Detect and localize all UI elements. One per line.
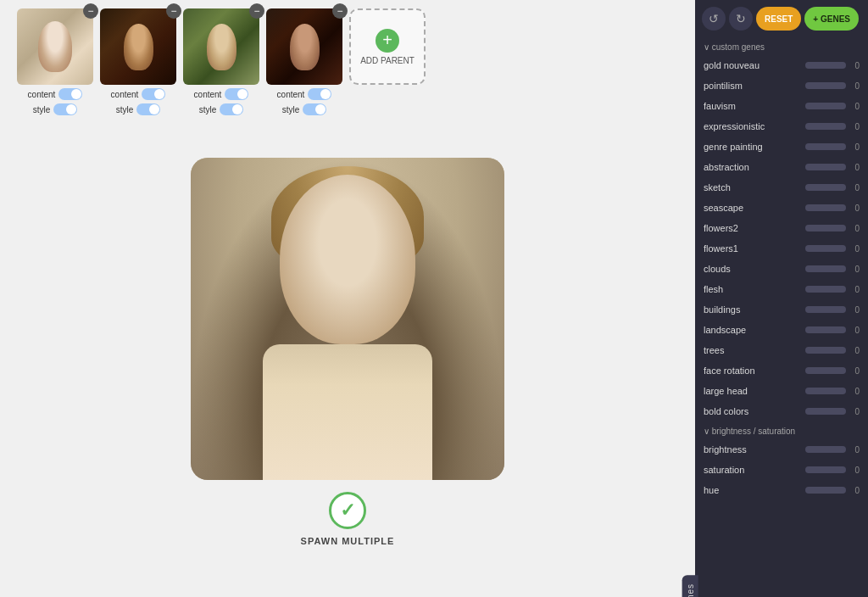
gene-row-abstraction: abstraction0 bbox=[698, 157, 865, 177]
gene-slider-buildings[interactable] bbox=[805, 306, 846, 313]
gene-row-brightness: brightness0 bbox=[698, 439, 865, 460]
gene-value-gold-nouveau: 0 bbox=[849, 61, 860, 70]
gene-slider-area-landscape: 0 bbox=[805, 326, 860, 335]
gene-row-clouds: clouds0 bbox=[698, 259, 865, 279]
gene-slider-area-face-rotation: 0 bbox=[805, 366, 860, 376]
gene-row-landscape: landscape0 bbox=[698, 320, 865, 340]
gene-slider-saturation[interactable] bbox=[805, 466, 846, 473]
section-header-custom-genes[interactable]: ∨ custom genes bbox=[698, 37, 865, 55]
parent-image-1[interactable] bbox=[17, 8, 93, 85]
remove-parent-4-button[interactable]: − bbox=[332, 3, 348, 19]
style-toggle-1[interactable] bbox=[53, 103, 77, 115]
gene-value-hue: 0 bbox=[849, 486, 860, 495]
content-label-2: content bbox=[111, 90, 139, 99]
gene-slider-area-fauvism: 0 bbox=[805, 102, 860, 111]
gene-slider-pointilism[interactable] bbox=[805, 82, 846, 89]
gene-slider-landscape[interactable] bbox=[805, 326, 846, 333]
remove-parent-2-button[interactable]: − bbox=[166, 3, 181, 19]
gene-slider-gold-nouveau[interactable] bbox=[805, 62, 846, 69]
style-label-2: style bbox=[116, 105, 134, 114]
gene-name-hue: hue bbox=[704, 485, 805, 495]
gene-name-face-rotation: face rotation bbox=[704, 365, 805, 376]
gene-slider-trees[interactable] bbox=[805, 347, 846, 354]
gene-slider-seascape[interactable] bbox=[805, 204, 846, 211]
gene-name-flowers1: flowers1 bbox=[704, 243, 805, 254]
gene-row-sketch: sketch0 bbox=[698, 177, 865, 198]
gene-value-flowers1: 0 bbox=[849, 244, 860, 254]
gene-row-face-rotation: face rotation0 bbox=[698, 360, 865, 381]
gene-slider-area-saturation: 0 bbox=[805, 466, 860, 475]
gene-value-sketch: 0 bbox=[849, 183, 860, 192]
style-label-1: style bbox=[33, 105, 51, 114]
style-toggle-row-4: style bbox=[282, 103, 327, 115]
checkmark-icon: ✓ bbox=[340, 499, 355, 522]
gene-slider-area-large-head: 0 bbox=[805, 387, 860, 396]
panel-toolbar: ↺ ↻ RESET + GENES bbox=[695, 0, 868, 37]
gene-name-genre-painting: genre painting bbox=[704, 142, 805, 152]
remove-parent-3-button[interactable]: − bbox=[249, 3, 264, 19]
gene-slider-sketch[interactable] bbox=[805, 184, 846, 191]
gene-slider-bold-colors[interactable] bbox=[805, 408, 846, 415]
gene-name-flesh: flesh bbox=[704, 284, 805, 294]
content-toggle-3[interactable] bbox=[225, 88, 248, 100]
right-panel: ↺ ↻ RESET + GENES ∨ custom genes gold no… bbox=[695, 0, 868, 597]
portrait-face bbox=[280, 175, 415, 344]
content-label-1: content bbox=[28, 90, 56, 99]
style-toggle-3[interactable] bbox=[220, 103, 243, 115]
gene-slider-large-head[interactable] bbox=[805, 388, 846, 394]
reset-button[interactable]: RESET bbox=[756, 7, 801, 31]
redo-button[interactable]: ↻ bbox=[729, 7, 753, 31]
genes-tab[interactable]: genes bbox=[682, 575, 698, 597]
remove-parent-1-button[interactable]: − bbox=[83, 3, 98, 19]
main-canvas: − content style − content style bbox=[0, 0, 695, 597]
parent-image-wrapper-4: − bbox=[266, 8, 342, 85]
add-parent-button[interactable]: + ADD PARENT bbox=[349, 8, 426, 85]
style-toggle-2[interactable] bbox=[136, 103, 160, 115]
gene-name-bold-colors: bold colors bbox=[704, 406, 805, 416]
gene-slider-abstraction[interactable] bbox=[805, 164, 846, 170]
gene-name-brightness: brightness bbox=[704, 444, 805, 455]
content-toggle-1[interactable] bbox=[58, 88, 82, 100]
add-parent-label: ADD PARENT bbox=[360, 56, 415, 65]
parent-card-4: − content style bbox=[266, 8, 342, 115]
content-toggle-2[interactable] bbox=[142, 88, 165, 100]
gene-row-large-head: large head0 bbox=[698, 381, 865, 401]
gene-slider-clouds[interactable] bbox=[805, 265, 846, 272]
add-parent-card: + ADD PARENT bbox=[349, 8, 426, 85]
gene-slider-flowers1[interactable] bbox=[805, 245, 846, 252]
panel-scroll[interactable]: ∨ custom genes gold nouveau0pointilism0f… bbox=[695, 37, 868, 597]
gene-slider-brightness[interactable] bbox=[805, 446, 846, 453]
gene-name-trees: trees bbox=[704, 345, 805, 355]
generated-image[interactable] bbox=[191, 158, 504, 480]
parent-card-3: − content style bbox=[183, 8, 259, 115]
gene-slider-area-genre-painting: 0 bbox=[805, 142, 860, 152]
gene-slider-expressionistic[interactable] bbox=[805, 123, 846, 130]
gene-row-seascape: seascape0 bbox=[698, 198, 865, 218]
section-header-brightness[interactable]: ∨ brightness / saturation bbox=[698, 421, 865, 439]
content-toggle-row-4: content bbox=[277, 88, 332, 100]
gene-slider-flesh[interactable] bbox=[805, 286, 846, 293]
gene-slider-hue[interactable] bbox=[805, 487, 846, 494]
style-label-4: style bbox=[282, 105, 300, 114]
gene-slider-face-rotation[interactable] bbox=[805, 367, 846, 374]
undo-button[interactable]: ↺ bbox=[702, 7, 726, 31]
gene-row-gold-nouveau: gold nouveau0 bbox=[698, 55, 865, 75]
gene-row-genre-painting: genre painting0 bbox=[698, 137, 865, 157]
parent-image-4[interactable] bbox=[266, 8, 342, 85]
style-toggle-row-3: style bbox=[199, 103, 244, 115]
gene-name-clouds: clouds bbox=[704, 264, 805, 274]
spawn-checkmark-button[interactable]: ✓ bbox=[329, 492, 366, 529]
gene-value-buildings: 0 bbox=[849, 305, 860, 315]
gene-slider-fauvism[interactable] bbox=[805, 103, 846, 109]
gene-slider-area-flesh: 0 bbox=[805, 285, 860, 294]
style-toggle-4[interactable] bbox=[303, 103, 326, 115]
gene-slider-genre-painting[interactable] bbox=[805, 143, 846, 150]
genes-button[interactable]: + GENES bbox=[804, 7, 859, 31]
parent-image-3[interactable] bbox=[183, 8, 259, 85]
gene-row-expressionistic: expressionistic0 bbox=[698, 116, 865, 137]
gene-slider-flowers2[interactable] bbox=[805, 225, 846, 232]
generated-image-area: ✓ SPAWN MULTIPLE bbox=[0, 124, 695, 563]
parent-image-wrapper-1: − bbox=[17, 8, 93, 85]
content-toggle-4[interactable] bbox=[308, 88, 331, 100]
parent-image-2[interactable] bbox=[100, 8, 176, 85]
